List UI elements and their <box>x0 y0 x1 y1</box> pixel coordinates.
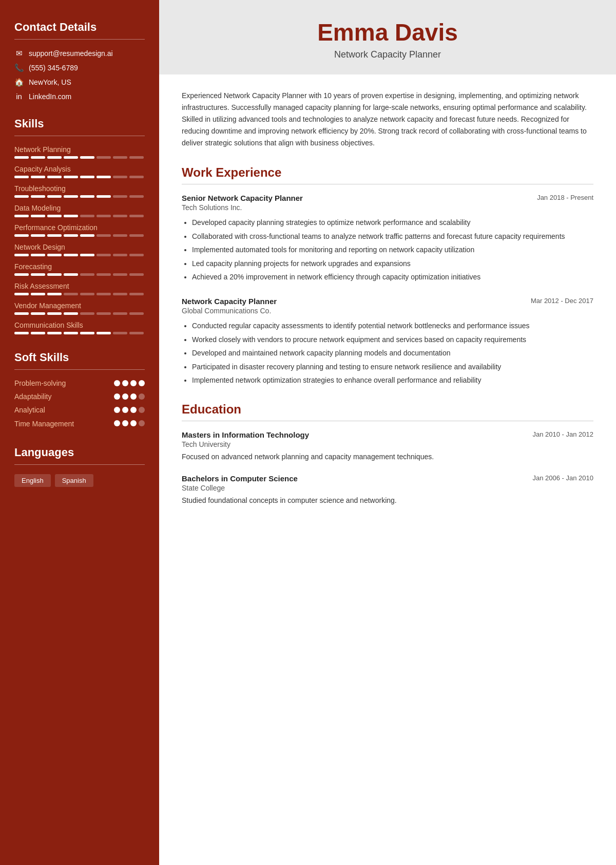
dot-empty <box>139 407 145 413</box>
job-company: Tech Solutions Inc. <box>182 203 593 212</box>
skill-bar-filled <box>47 332 62 334</box>
education-degree: Bachelors in Computer Science <box>182 474 298 483</box>
skill-bar-filled <box>47 312 62 315</box>
skill-name: Vendor Management <box>14 302 145 310</box>
skill-bar-empty <box>113 176 127 178</box>
skill-bar-empty <box>129 254 144 256</box>
job-item: Senior Network Capacity PlannerJan 2018 … <box>182 194 593 283</box>
education-header: Bachelors in Computer ScienceJan 2006 - … <box>182 474 593 483</box>
soft-skills-list: Problem-solvingAdaptabilityAnalyticalTim… <box>14 379 145 429</box>
skill-bar-filled <box>14 176 29 178</box>
skill-bar-empty <box>113 156 127 159</box>
skill-bar-filled <box>80 176 94 178</box>
contact-text: LinkedIn.com <box>29 92 71 101</box>
skill-name: Troubleshooting <box>14 184 145 193</box>
skill-bar-filled <box>14 195 29 198</box>
skill-name: Capacity Analysis <box>14 165 145 173</box>
contact-title: Contact Details <box>14 21 145 34</box>
skill-bar-empty <box>129 293 144 295</box>
soft-skill-dots <box>114 380 145 386</box>
skill-bar-filled <box>47 273 62 276</box>
soft-skills-title: Soft Skills <box>14 351 145 364</box>
job-bullet: Participated in disaster recovery planni… <box>192 361 593 372</box>
soft-skill-label: Adaptability <box>14 392 114 401</box>
job-header: Network Capacity PlannerMar 2012 - Dec 2… <box>182 297 593 306</box>
skill-bar-empty <box>113 215 127 217</box>
job-header: Senior Network Capacity PlannerJan 2018 … <box>182 194 593 202</box>
skills-divider <box>14 136 145 136</box>
skill-bar-filled <box>14 293 29 295</box>
dot-filled <box>122 393 128 400</box>
skill-bar-empty <box>80 215 94 217</box>
skill-bar-filled <box>80 195 94 198</box>
language-badge: English <box>14 474 51 487</box>
job-date: Mar 2012 - Dec 2017 <box>531 297 593 305</box>
soft-skills-divider <box>14 369 145 370</box>
soft-skill-dots <box>114 420 145 426</box>
skill-bar-filled <box>31 215 45 217</box>
work-experience-title: Work Experience <box>182 165 593 180</box>
candidate-name: Emma Davis <box>169 18 606 46</box>
languages-title: Languages <box>14 446 145 459</box>
skill-bar-filled <box>31 234 45 237</box>
skill-bar-empty <box>64 293 78 295</box>
dot-filled <box>139 380 145 386</box>
skill-bar-filled <box>31 156 45 159</box>
contact-text: support@resumedesign.ai <box>29 49 113 58</box>
sidebar: Contact Details ✉support@resumedesign.ai… <box>0 0 159 865</box>
summary-section: Experienced Network Capacity Planner wit… <box>182 90 593 149</box>
skill-bar-empty <box>80 312 94 315</box>
skill-bar-empty <box>113 195 127 198</box>
skill-bar-filled <box>14 215 29 217</box>
skill-bar-filled <box>47 156 62 159</box>
skill-bar-empty <box>129 156 144 159</box>
contact-item: 🏠NewYork, US <box>14 78 145 87</box>
skill-bar-filled <box>14 254 29 256</box>
skill-bar-filled <box>47 234 62 237</box>
job-bullet: Conducted regular capacity assessments t… <box>192 320 593 331</box>
skill-bar-empty <box>113 234 127 237</box>
education-header: Masters in Information TechnologyJan 201… <box>182 430 593 439</box>
skills-section: Skills Network PlanningCapacity Analysis… <box>14 117 145 334</box>
skill-name: Risk Assessment <box>14 282 145 290</box>
skill-bar-filled <box>14 332 29 334</box>
dot-filled <box>122 380 128 386</box>
education-degree: Masters in Information Technology <box>182 430 309 439</box>
work-experience-section: Work Experience Senior Network Capacity … <box>182 165 593 386</box>
skill-bar-empty <box>80 273 94 276</box>
skill-bar-empty <box>97 293 111 295</box>
job-bullet: Collaborated with cross-functional teams… <box>192 231 593 242</box>
skill-name: Data Modeling <box>14 204 145 212</box>
skill-bar-filled <box>97 195 111 198</box>
soft-skill-row: Problem-solving <box>14 379 145 387</box>
skill-bar-filled <box>64 254 78 256</box>
contact-text: NewYork, US <box>29 78 71 86</box>
skill-bar-filled <box>80 234 94 237</box>
skill-bar-filled <box>64 234 78 237</box>
skill-bar-empty <box>129 176 144 178</box>
skills-list: Network PlanningCapacity AnalysisTrouble… <box>14 145 145 334</box>
job-title: Network Capacity Planner <box>182 297 277 306</box>
skill-bar-empty <box>97 254 111 256</box>
skill-name: Communication Skills <box>14 321 145 329</box>
job-bullet: Implemented network optimization strateg… <box>192 374 593 386</box>
languages-divider <box>14 464 145 465</box>
header: Emma Davis Network Capacity Planner <box>159 0 616 74</box>
dot-filled <box>114 420 120 426</box>
contact-icon: 📞 <box>14 63 24 72</box>
skill-bar-filled <box>14 312 29 315</box>
candidate-title: Network Capacity Planner <box>169 49 606 60</box>
job-company: Global Communications Co. <box>182 307 593 315</box>
work-experience-divider <box>182 184 593 184</box>
skill-bar-empty <box>113 312 127 315</box>
education-desc: Studied foundational concepts in compute… <box>182 495 593 506</box>
skill-bar-empty <box>97 312 111 315</box>
skill-bar-empty <box>113 254 127 256</box>
skill-bar-filled <box>64 215 78 217</box>
dot-filled <box>130 420 137 426</box>
skill-bar-filled <box>47 293 62 295</box>
skill-name: Forecasting <box>14 262 145 271</box>
summary-text: Experienced Network Capacity Planner wit… <box>182 90 593 149</box>
skill-bar-empty <box>97 234 111 237</box>
education-school: State College <box>182 484 593 492</box>
